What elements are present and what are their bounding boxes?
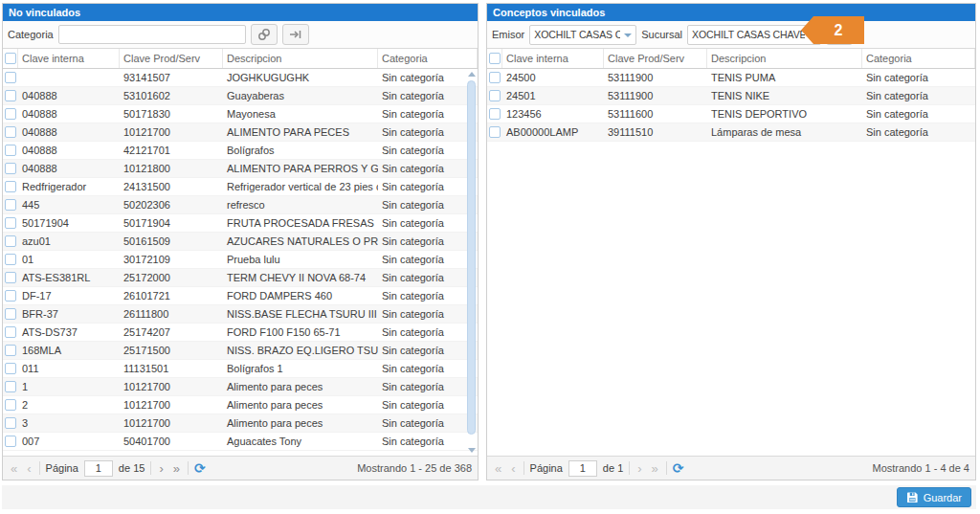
row-checkbox[interactable] [489, 108, 501, 120]
first-page-button[interactable]: « [493, 462, 503, 475]
row-checkbox[interactable] [5, 108, 16, 120]
category-input[interactable] [58, 25, 246, 44]
table-row[interactable]: azu01 50161509 AZUCARES NATURALES O PROD… [3, 233, 478, 251]
table-row[interactable]: ATS-DS737 25174207 FORD F100 F150 65-71 … [3, 324, 478, 342]
table-row[interactable]: 2 10121700 Alimento para peces Sin categ… [3, 396, 478, 414]
table-row[interactable]: BFR-37 26111800 NISS.BASE FLECHA TSURU I… [3, 305, 478, 324]
column-header-clave-interna[interactable]: Clave interna [18, 49, 120, 68]
row-checkbox[interactable] [5, 290, 16, 302]
table-row[interactable]: 123456 53111600 TENIS DEPORTIVO Sin cate… [487, 105, 975, 123]
prev-page-button[interactable]: ‹ [509, 462, 517, 475]
table-row[interactable]: Redfrigerador 24131500 Refrigerador vert… [3, 178, 478, 196]
row-checkbox[interactable] [489, 72, 501, 83]
vertical-scrollbar[interactable] [466, 69, 477, 456]
cell-descripcion: FORD F100 F150 65-71 [223, 326, 378, 338]
table-row[interactable]: 040888 42121701 Bolígrafos Sin categoría [3, 142, 478, 160]
cell-descripcion: refresco [223, 199, 378, 211]
column-header-clave-prod[interactable]: Clave Prod/Serv [604, 49, 707, 68]
scroll-up-icon[interactable] [467, 70, 476, 78]
cell-clave-interna: 040888 [18, 108, 120, 120]
row-checkbox[interactable] [489, 90, 501, 101]
refresh-icon[interactable]: ⟳ [194, 461, 206, 475]
refresh-icon[interactable]: ⟳ [673, 461, 684, 475]
row-checkbox[interactable] [5, 90, 16, 101]
page-number-input[interactable] [84, 460, 113, 477]
row-checkbox[interactable] [5, 345, 16, 356]
row-checkbox[interactable] [5, 199, 16, 211]
prev-page-button[interactable]: ‹ [25, 462, 33, 475]
row-checkbox[interactable] [5, 436, 16, 447]
row-checkbox[interactable] [489, 126, 501, 138]
column-header-descripcion[interactable]: Descripcion [707, 49, 862, 68]
table-row[interactable]: 93141507 JOGHKUGUGHK Sin categoría [3, 69, 478, 87]
emisor-dropdown[interactable]: XOCHILT CASAS CHA [529, 25, 636, 45]
cell-categoria: Sin categoría [862, 72, 975, 83]
row-checkbox[interactable] [5, 126, 16, 138]
next-page-button[interactable]: › [635, 462, 643, 475]
column-header-categoria[interactable]: Categoria [378, 49, 478, 68]
table-row[interactable]: 011 11131501 Bolígrafos 1 Sin categoría [3, 360, 478, 378]
table-row[interactable]: 040888 10121800 ALIMENTO PARA PERROS Y G… [3, 160, 478, 178]
table-row[interactable]: 01 30172109 Prueba lulu Sin categoría [3, 251, 478, 269]
scroll-down-icon[interactable] [467, 446, 476, 455]
table-row[interactable]: 445 50202306 refresco Sin categoría [3, 196, 478, 214]
column-header-descripcion[interactable]: Descripcion [223, 49, 378, 68]
footer-bar: Guardar [2, 485, 976, 509]
right-paging-toolbar: « ‹ Página de 1 › » ⟳ Mostrando 1 - 4 de… [487, 456, 975, 480]
table-row[interactable]: 040888 50171830 Mayonesa Sin categoría [3, 105, 478, 123]
column-header-clave-interna[interactable]: Clave interna [502, 49, 604, 68]
table-row[interactable]: 1 10121700 Alimento para peces Sin categ… [3, 378, 478, 396]
row-checkbox[interactable] [5, 163, 16, 174]
last-page-button[interactable]: » [171, 462, 182, 475]
page-number-input[interactable] [568, 460, 597, 477]
row-checkbox[interactable] [5, 399, 16, 411]
cell-descripcion: TENIS NIKE [707, 90, 862, 101]
cell-clave-prod: 50202306 [120, 199, 223, 211]
sucursal-dropdown[interactable]: XOCHILT CASAS CHAVEZ [687, 25, 821, 45]
last-page-button[interactable]: » [650, 462, 660, 475]
table-row[interactable]: 3 10121700 Alimento para peces Sin categ… [3, 414, 478, 433]
cell-descripcion: Alimento para peces [223, 399, 378, 411]
next-page-button[interactable]: › [157, 462, 165, 475]
select-all-checkbox-right[interactable] [487, 49, 502, 68]
link-button[interactable] [251, 24, 278, 45]
row-checkbox[interactable] [5, 217, 16, 229]
table-row[interactable]: 50171904 50171904 FRUTA PROCESADA FRESAS… [3, 214, 478, 233]
first-page-button[interactable]: « [9, 462, 19, 475]
row-checkbox[interactable] [5, 308, 16, 320]
cell-clave-prod: 30172109 [120, 254, 223, 265]
cell-categoria: Sin categoría [378, 108, 478, 120]
row-checkbox[interactable] [5, 72, 16, 83]
table-row[interactable]: ATS-ES381RL 25172000 TERM CHEVY II NOVA … [3, 269, 478, 287]
row-checkbox[interactable] [5, 326, 16, 338]
cell-descripcion: TERM CHEVY II NOVA 68-74 [223, 272, 378, 283]
scrollbar-thumb[interactable] [467, 80, 476, 435]
step-number: 2 [835, 22, 843, 39]
save-button-label: Guardar [924, 492, 962, 503]
table-row[interactable]: 24500 53111900 TENIS PUMA Sin categoría [487, 69, 975, 87]
row-checkbox[interactable] [5, 235, 16, 247]
table-row[interactable]: 24501 53111900 TENIS NIKE Sin categoría [487, 87, 975, 105]
table-row[interactable]: 040888 10121700 ALIMENTO PARA PECES Sin … [3, 123, 478, 142]
cell-descripcion: Alimento para peces [223, 381, 378, 392]
cell-clave-interna: 24500 [502, 72, 604, 83]
table-row[interactable]: 007 50401700 Aguacates Tony Sin categorí… [3, 433, 478, 451]
row-checkbox[interactable] [5, 381, 16, 392]
column-header-categoria[interactable]: Categoria [862, 49, 975, 68]
table-row[interactable]: 040888 53101602 Guayaberas Sin categoría [3, 87, 478, 105]
move-right-button[interactable] [282, 24, 309, 45]
table-row[interactable]: DF-17 26101721 FORD DAMPERS 460 Sin cate… [3, 287, 478, 305]
row-checkbox[interactable] [5, 181, 16, 192]
toolbar-separator [188, 461, 189, 475]
row-checkbox[interactable] [5, 254, 16, 265]
cell-clave-interna: azu01 [18, 235, 120, 247]
row-checkbox[interactable] [5, 272, 16, 283]
row-checkbox[interactable] [5, 145, 16, 156]
table-row[interactable]: 168MLA 25171500 NISS. BRAZO EQ.LIGERO TS… [3, 342, 478, 360]
column-header-clave-prod[interactable]: Clave Prod/Serv [120, 49, 223, 68]
table-row[interactable]: AB00000LAMP 39111510 Lámparas de mesa Si… [487, 123, 975, 142]
save-button[interactable]: Guardar [897, 487, 971, 507]
select-all-checkbox-left[interactable] [3, 49, 18, 68]
row-checkbox[interactable] [5, 417, 16, 429]
row-checkbox[interactable] [5, 363, 16, 374]
